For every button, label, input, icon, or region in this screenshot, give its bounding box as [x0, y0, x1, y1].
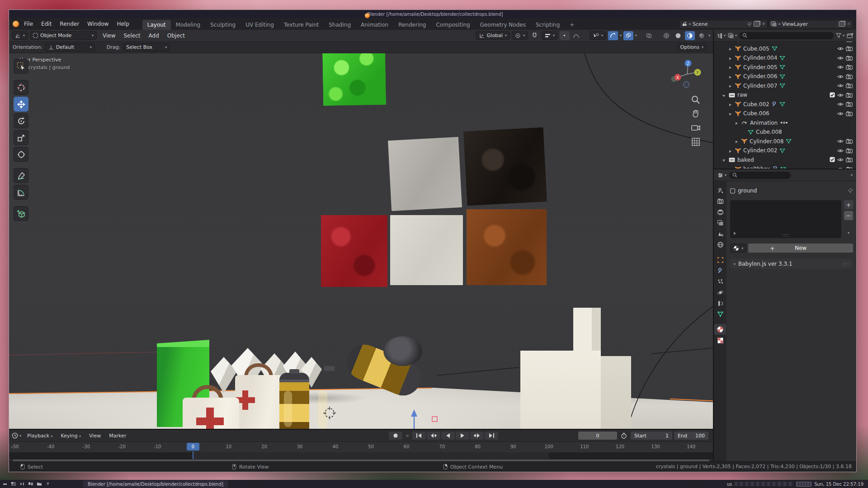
outliner-row[interactable]: Cylinder.004	[714, 53, 856, 63]
play-button[interactable]	[456, 432, 469, 440]
properties-tab-scene[interactable]	[714, 228, 726, 239]
workspace-tab-animation[interactable]: Animation	[356, 20, 393, 30]
pan-hand-icon[interactable]	[691, 109, 701, 119]
axis-neg-z-ball[interactable]	[684, 82, 689, 88]
current-frame-badge[interactable]: 0	[187, 443, 199, 450]
disable-render-icon[interactable]	[846, 44, 853, 53]
material-slot-list[interactable]: ::::	[730, 200, 841, 238]
properties-tab-render[interactable]	[714, 196, 726, 206]
menu-edit[interactable]: Edit	[37, 19, 56, 28]
workspace-tab-+[interactable]: +	[565, 20, 579, 30]
prev-key-button[interactable]	[427, 432, 440, 440]
properties-options-icon[interactable]: ▾	[851, 173, 853, 177]
navigation-gizmo[interactable]: X Y Z	[670, 56, 704, 90]
taskbar-menu-icon[interactable]	[2, 481, 8, 487]
snap-target-selector[interactable]: ▾	[542, 31, 558, 40]
workspace-tab-rendering[interactable]: Rendering	[393, 20, 431, 30]
add-slot-button[interactable]: +	[844, 200, 853, 209]
pivot-point-selector[interactable]: ▾	[512, 31, 528, 40]
outliner-editor-type[interactable]: ▾	[717, 33, 726, 38]
tool-measure-button[interactable]	[14, 185, 28, 200]
pin-icon[interactable]	[848, 188, 853, 193]
next-key-button[interactable]	[470, 432, 484, 440]
viewport-menu-view[interactable]: View	[99, 31, 119, 40]
remove-viewlayer-icon[interactable]: ✕	[847, 22, 850, 26]
white-chimney[interactable]	[573, 308, 601, 355]
outliner-row[interactable]: Cylinder.005	[714, 63, 856, 72]
disable-render-icon[interactable]	[846, 137, 853, 145]
properties-tab-world[interactable]	[714, 239, 726, 250]
hide-eye-icon[interactable]	[837, 44, 844, 53]
disable-render-icon[interactable]	[846, 81, 853, 90]
outliner-row[interactable]: Cylinder.007	[714, 81, 856, 91]
use-preview-range-toggle[interactable]	[619, 431, 629, 440]
viewport-menu-add[interactable]: Add	[145, 31, 163, 40]
properties-tab-viewlayer[interactable]	[714, 217, 726, 228]
properties-tab-particles[interactable]	[714, 276, 726, 287]
remove-slot-button[interactable]: −	[844, 211, 853, 220]
properties-editor-type[interactable]: ▾	[717, 173, 726, 178]
menu-file[interactable]: File	[20, 19, 37, 28]
editor-type-button[interactable]: ▾	[12, 31, 28, 40]
collection-checkbox[interactable]	[830, 155, 835, 164]
xray-toggle[interactable]	[644, 31, 654, 40]
viewlayer-name[interactable]: ViewLayer	[782, 21, 837, 27]
tool-add-cube-button[interactable]	[14, 206, 28, 221]
disable-render-icon[interactable]	[846, 155, 853, 164]
record-button[interactable]	[389, 432, 402, 440]
new-scene-icon[interactable]	[754, 21, 760, 27]
workspace-tab-layout[interactable]: Layout	[142, 20, 171, 30]
workspace-tab-compositing[interactable]: Compositing	[431, 20, 475, 30]
proportional-falloff-selector[interactable]	[571, 31, 581, 40]
active-object-name[interactable]: ground	[738, 188, 757, 194]
disable-render-icon[interactable]	[846, 146, 853, 155]
taskbar-folder-icon[interactable]	[36, 481, 42, 487]
blender-logo-icon[interactable]	[13, 21, 19, 27]
medkit[interactable]	[183, 398, 239, 429]
workspace-tab-geometry-nodes[interactable]: Geometry Nodes	[475, 20, 531, 30]
new-collection-icon[interactable]	[847, 33, 854, 38]
timeline-menu-marker[interactable]: Marker	[105, 432, 130, 440]
outliner-filter[interactable]: ▾	[836, 33, 844, 38]
start-frame-field[interactable]: Start1	[631, 432, 672, 440]
viewlayer-selector[interactable]: ▾ ViewLayer ✕	[769, 20, 853, 28]
disable-render-icon[interactable]	[846, 165, 853, 169]
transform-gizmo[interactable]	[392, 370, 491, 429]
tool-rotate-button[interactable]	[14, 113, 28, 128]
tool-annotate-button[interactable]	[14, 168, 28, 183]
workspace-tab-texture-paint[interactable]: Texture Paint	[279, 20, 324, 30]
end-frame-field[interactable]: End100	[674, 432, 708, 440]
snap-toggle[interactable]	[530, 31, 540, 40]
properties-tab-data[interactable]	[714, 309, 726, 319]
outliner-row[interactable]: Cube.008	[714, 127, 856, 137]
outliner-row[interactable]: raw	[714, 90, 856, 100]
sync-icon[interactable]: ✕	[406, 433, 409, 438]
tool-move-button[interactable]	[14, 97, 28, 112]
taskbar-arrow-icon[interactable]	[45, 481, 51, 487]
current-frame-field[interactable]: 0	[578, 432, 617, 440]
jump-end-button[interactable]	[485, 432, 498, 440]
viewport-menu-object[interactable]: Object	[163, 31, 189, 40]
disable-render-icon[interactable]	[846, 100, 853, 108]
hide-eye-icon[interactable]	[837, 54, 844, 62]
taskbar-show-desktop-icon[interactable]	[19, 481, 25, 487]
new-viewlayer-icon[interactable]	[839, 21, 845, 27]
unlink-scene-icon[interactable]: ✕	[762, 22, 765, 26]
hide-eye-icon[interactable]	[837, 63, 844, 71]
taskbar-files-icon[interactable]	[28, 481, 33, 487]
tool-cursor-button[interactable]	[14, 80, 28, 95]
proportional-editing-toggle[interactable]	[560, 31, 570, 40]
properties-tab-modifiers[interactable]	[714, 265, 726, 276]
outliner-row[interactable]: Cube.006	[714, 109, 856, 118]
timeline-menu-playback[interactable]: Playback ▾	[23, 432, 57, 440]
browse-material-button[interactable]: ▾	[730, 244, 746, 253]
outliner-row[interactable]: Cube.002	[714, 100, 856, 109]
timeline-track[interactable]	[9, 452, 713, 459]
jump-start-button[interactable]	[412, 432, 426, 440]
keyboard-layout-indicator[interactable]: us	[727, 482, 732, 487]
slot-specials-button[interactable]: ▾	[844, 228, 853, 237]
disable-render-icon[interactable]	[846, 91, 853, 99]
pin-icon[interactable]	[747, 22, 752, 27]
shading-solid-button[interactable]	[673, 31, 683, 40]
outliner-row[interactable]: Cylinder.008	[714, 137, 856, 146]
